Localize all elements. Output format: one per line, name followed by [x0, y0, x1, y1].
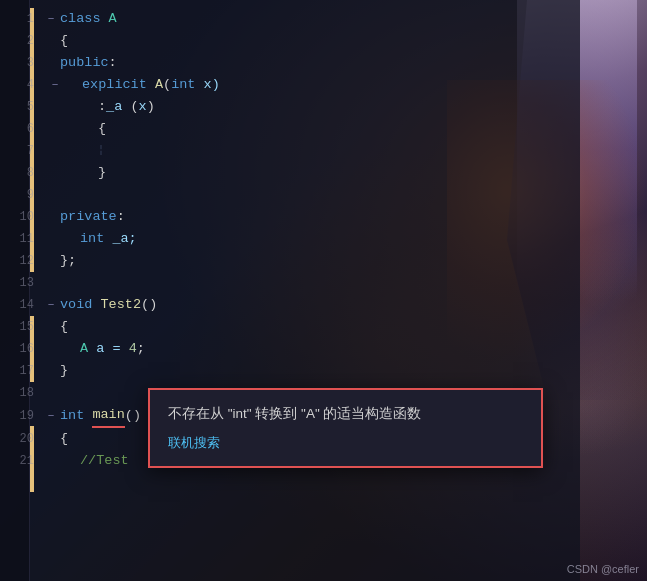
error-tooltip: 不存在从 "int" 转换到 "A" 的适当构造函数 联机搜索	[148, 388, 543, 468]
editor-container: 1 − class A 2 { 3 public: 4 − explicit A…	[0, 0, 647, 581]
collapse-explicit-icon[interactable]: −	[48, 78, 62, 92]
error-message: 不存在从 "int" 转换到 "A" 的适当构造函数	[168, 404, 523, 424]
code-line-4: 4 − explicit A(int x)	[44, 74, 594, 96]
online-search-link[interactable]: 联机搜索	[168, 435, 220, 450]
code-line-5: 5 :_a (x)	[44, 96, 594, 118]
code-line-3: 3 public:	[44, 52, 594, 74]
main-fn-name: main	[92, 404, 124, 428]
code-line-13: 13	[44, 272, 594, 294]
code-line-14: 14 − void Test2()	[44, 294, 594, 316]
code-line-11: 11 int _a;	[44, 228, 594, 250]
collapse-main-icon[interactable]: −	[44, 409, 58, 423]
code-line-6: 6 {	[44, 118, 594, 140]
code-line-9: 9	[44, 184, 594, 206]
watermark: CSDN @cefler	[567, 563, 639, 575]
code-line-16: 16 A a = 4;	[44, 338, 594, 360]
code-line-12: 12 };	[44, 250, 594, 272]
code-line-1: 1 − class A	[44, 8, 594, 30]
code-line-7: 7 ¦	[44, 140, 594, 162]
code-line-2: 2 {	[44, 30, 594, 52]
code-line-8: 8 }	[44, 162, 594, 184]
collapse-class-icon[interactable]: −	[44, 12, 58, 26]
code-line-17: 17 }	[44, 360, 594, 382]
collapse-test2-icon[interactable]: −	[44, 298, 58, 312]
code-line-15: 15 {	[44, 316, 594, 338]
code-line-10: 10 private:	[44, 206, 594, 228]
